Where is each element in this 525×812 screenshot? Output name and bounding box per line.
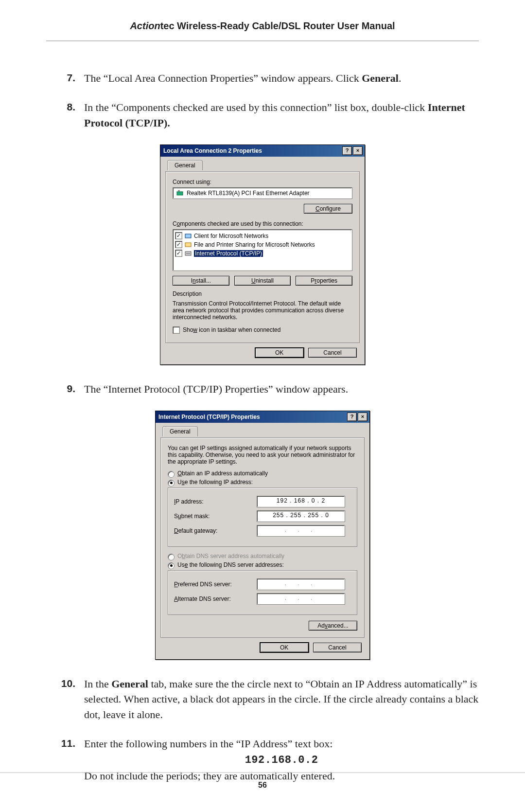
option-auto-dns: Obtain DNS server address automatically [168, 553, 357, 559]
cancel-button[interactable]: Cancel [313, 643, 362, 652]
protocol-icon [184, 250, 192, 257]
pref-dns-input[interactable]: . . . [257, 578, 345, 590]
list-item-selected[interactable]: ✓ Internet Protocol (TCP/IP) [175, 249, 350, 258]
ip-literal: 192.168.0.2 [84, 753, 479, 768]
show-icon-option[interactable]: Show icon in taskbar when connected [173, 326, 352, 334]
svg-rect-0 [177, 192, 183, 195]
step-7: 7. The “Local Area Connection Properties… [46, 71, 479, 86]
footer-rule [0, 772, 525, 773]
tab-general[interactable]: General [162, 426, 198, 436]
alt-dns-label: Alternate DNS server: [174, 595, 257, 602]
step-number: 8. [46, 100, 84, 131]
step-body: The “Internet Protocol (TCP/IP) Properti… [84, 381, 479, 397]
checkbox-icon[interactable]: ✓ [175, 250, 182, 257]
option-use-ip[interactable]: Use the following IP address: [168, 479, 357, 486]
option-use-dns[interactable]: Use the following DNS server addresses: [168, 561, 357, 568]
list-item[interactable]: ✓ Client for Microsoft Networks [175, 232, 350, 240]
brand-prefix: Action [130, 20, 160, 31]
radio-icon[interactable] [168, 480, 175, 487]
gateway-input[interactable]: . . . [257, 525, 345, 537]
pref-dns-label: Preferred DNS server: [174, 581, 257, 588]
connect-using-label: Connect using: [173, 179, 352, 185]
header-rule [46, 40, 479, 41]
radio-icon[interactable] [168, 471, 175, 478]
svg-rect-2 [185, 234, 191, 238]
ip-address-label: IP address: [174, 498, 257, 505]
svg-rect-3 [185, 243, 191, 247]
client-icon [184, 232, 192, 240]
window-title: Internet Protocol (TCP/IP) Properties [158, 414, 346, 420]
gateway-label: Default gateway: [174, 527, 257, 534]
page-number: 56 [0, 781, 525, 790]
dialog-tcpip-properties: Internet Protocol (TCP/IP) Properties ? … [155, 411, 370, 660]
titlebar: Internet Protocol (TCP/IP) Properties ? … [156, 411, 369, 423]
ok-button[interactable]: OK [255, 348, 304, 358]
step-8: 8. In the “Components checked are used b… [46, 100, 479, 131]
close-button[interactable]: × [358, 413, 368, 421]
adapter-name: Realtek RTL8139(A) PCI Fast Ethernet Ada… [187, 190, 310, 197]
header-title: Wireless-Ready Cable/DSL Router User Man… [175, 20, 395, 31]
components-label: Components checked are used by this conn… [173, 220, 352, 227]
checkbox-icon[interactable] [173, 326, 180, 334]
cancel-button[interactable]: Cancel [308, 348, 357, 358]
radio-icon [168, 554, 175, 560]
step-number: 7. [46, 71, 84, 86]
subnet-label: Subnet mask: [174, 513, 257, 520]
step-body: In the “Components checked are used by t… [84, 100, 479, 131]
ip-address-input[interactable]: 192 . 168 . 0 . 2 [257, 496, 345, 507]
checkbox-icon[interactable]: ✓ [175, 241, 182, 248]
intro-text: You can get IP settings assigned automat… [168, 445, 357, 465]
titlebar: Local Area Connection 2 Properties ? × [160, 145, 365, 157]
subnet-input[interactable]: 255 . 255 . 255 . 0 [257, 510, 345, 522]
uninstall-button[interactable]: Uninstall [234, 276, 291, 286]
ip-group: IP address: 192 . 168 . 0 . 2 Subnet mas… [168, 487, 357, 547]
step-body: Enter the following numbers in the “IP A… [84, 736, 479, 784]
configure-button[interactable]: Configure [304, 204, 352, 214]
option-auto-ip[interactable]: Obtain an IP address automatically [168, 470, 357, 477]
step-number: 9. [46, 381, 84, 397]
step-number: 10. [46, 676, 84, 723]
help-button[interactable]: ? [342, 146, 352, 155]
dialog-connection-properties: Local Area Connection 2 Properties ? × G… [160, 144, 365, 365]
help-button[interactable]: ? [347, 413, 357, 421]
dns-group: Preferred DNS server: . . . Alternate DN… [168, 570, 357, 615]
install-button[interactable]: Install... [173, 276, 229, 286]
description-label: Description [173, 290, 352, 297]
adapter-icon [176, 189, 184, 197]
brand-suffix: tec [160, 20, 175, 31]
properties-button[interactable]: Properties [296, 276, 352, 286]
step-9: 9. The “Internet Protocol (TCP/IP) Prope… [46, 381, 479, 397]
page-header: Actiontec Wireless-Ready Cable/DSL Route… [46, 20, 479, 40]
step-body: The “Local Area Connection Properties” w… [84, 71, 479, 86]
ok-button[interactable]: OK [260, 643, 309, 652]
radio-icon[interactable] [168, 562, 175, 569]
adapter-field: Realtek RTL8139(A) PCI Fast Ethernet Ada… [173, 187, 352, 199]
step-11: 11. Enter the following numbers in the “… [46, 736, 479, 784]
step-body: In the General tab, make sure the the ci… [84, 676, 479, 723]
window-title: Local Area Connection 2 Properties [162, 147, 341, 154]
components-list[interactable]: ✓ Client for Microsoft Networks ✓ File a… [173, 229, 352, 271]
alt-dns-input[interactable]: . . . [257, 593, 345, 605]
advanced-button[interactable]: Advanced... [309, 621, 357, 631]
checkbox-icon[interactable]: ✓ [175, 232, 182, 239]
close-button[interactable]: × [353, 146, 363, 155]
step-number: 11. [46, 736, 84, 784]
svg-rect-1 [178, 190, 180, 192]
tab-general[interactable]: General [167, 160, 203, 170]
description-text: Transmission Control Protocol/Internet P… [173, 299, 352, 325]
list-item[interactable]: ✓ File and Printer Sharing for Microsoft… [175, 240, 350, 249]
share-icon [184, 241, 192, 249]
step-10: 10. In the General tab, make sure the th… [46, 676, 479, 723]
